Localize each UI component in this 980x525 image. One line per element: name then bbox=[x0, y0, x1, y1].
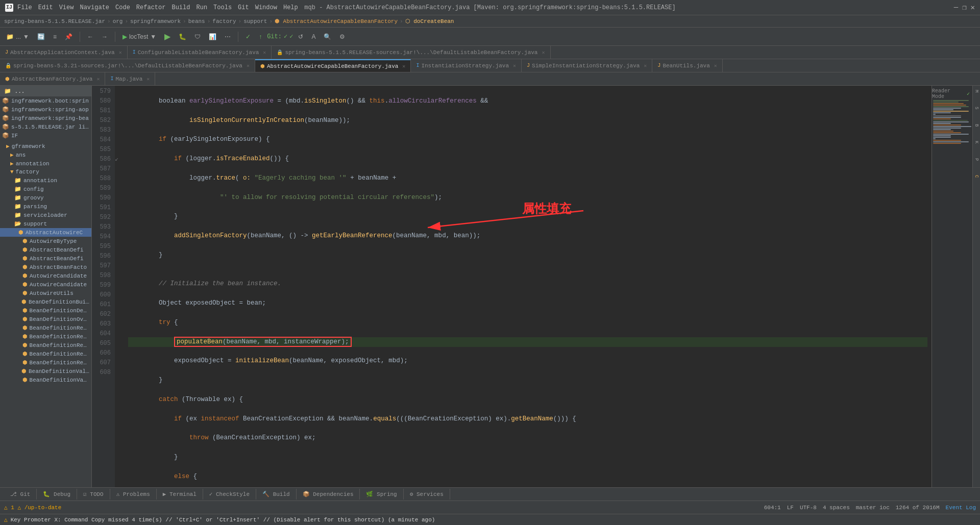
sidebar-item-spring-beans[interactable]: 📦 ingframework:spring-bea bbox=[0, 114, 91, 122]
search-everywhere-button[interactable]: 🔍 bbox=[321, 30, 334, 43]
bottom-tab-checkstyle[interactable]: ✓ CheckStyle bbox=[203, 489, 256, 499]
close-tab-icon[interactable]: ✕ bbox=[247, 63, 250, 69]
sidebar-item-ans[interactable]: ▶ ans bbox=[0, 151, 91, 159]
reader-mode[interactable]: Reader Mode ✓ bbox=[932, 88, 970, 99]
bottom-tab-spring[interactable]: 🌿 Spring bbox=[360, 489, 403, 499]
menu-view[interactable]: View bbox=[59, 4, 74, 11]
sidebar-item-BeanDefinitionValic[interactable]: ⬢ BeanDefinitionValic bbox=[0, 367, 91, 376]
minimize-button[interactable]: — bbox=[954, 3, 958, 12]
code-editor-wrapper[interactable]: boolean earlySingletonExposure = (mbd.is… bbox=[124, 86, 932, 487]
menu-refactor[interactable]: Refactor bbox=[136, 4, 166, 11]
sidebar-item-groovy[interactable]: 📁 groovy bbox=[0, 193, 91, 202]
sidebar-item-BeanDefinitionBuild[interactable]: ⬢ BeanDefinitionBuild bbox=[0, 297, 91, 306]
sidebar-item-AutowireCandidate1[interactable]: ⬢ AutowireCandidate bbox=[0, 271, 91, 280]
sidebar-item-BeanDefinitionRegi2[interactable]: ⬢ BeanDefinitionRegi bbox=[0, 349, 91, 358]
sidebar-item-parsing[interactable]: 📁 parsing bbox=[0, 202, 91, 211]
sidebar-item-BeanDefinitionRead2[interactable]: ⬢ BeanDefinitionRead bbox=[0, 332, 91, 341]
commit-button[interactable]: ✓ bbox=[242, 30, 254, 43]
code-editor[interactable]: boolean earlySingletonExposure = (mbd.is… bbox=[124, 86, 932, 487]
bottom-tab-dependencies[interactable]: 📦 Dependencies bbox=[297, 489, 360, 499]
debug-button[interactable]: 🐛 bbox=[176, 30, 189, 43]
bc-org[interactable]: org bbox=[113, 18, 123, 24]
tab-Map[interactable]: I Map.java ✕ bbox=[105, 72, 155, 85]
settings-button[interactable]: ⚙ bbox=[336, 30, 348, 43]
close-button[interactable]: ✕ bbox=[971, 3, 975, 12]
close-tab-icon[interactable]: ✕ bbox=[542, 49, 545, 56]
sidebar-item-AbstractAutowire[interactable]: ⬢ AbstractAutowireC bbox=[0, 228, 91, 237]
tab-BeanUtils[interactable]: J BeanUtils.java ✕ bbox=[652, 59, 722, 72]
sync-button[interactable]: 🔄 bbox=[34, 30, 48, 43]
sidebar-item-gframework[interactable]: ▶ gframework bbox=[0, 142, 91, 151]
tab-DefaultListableBeanFactory-old[interactable]: 🔒 spring-beans-5.1.5.RELEASE-sources.jar… bbox=[272, 46, 550, 59]
close-tab-icon[interactable]: ✕ bbox=[644, 63, 647, 69]
menu-window[interactable]: Window bbox=[255, 4, 277, 11]
close-tab-icon[interactable]: ✕ bbox=[714, 63, 717, 69]
menu-build[interactable]: Build bbox=[172, 4, 190, 11]
sidebar-item-BeanDefinitionOver[interactable]: ⬢ BeanDefinitionOver bbox=[0, 315, 91, 323]
coverage-button[interactable]: 🛡 bbox=[191, 30, 204, 43]
sidebar-item-BeanDefinitionResc[interactable]: ⬢ BeanDefinitionResc bbox=[0, 358, 91, 367]
bottom-tab-terminal[interactable]: ▶ Terminal bbox=[157, 489, 203, 499]
bc-springframework[interactable]: springframework bbox=[130, 18, 181, 24]
push-button[interactable]: ↑ bbox=[256, 30, 265, 43]
sidebar-item-AutowireByType[interactable]: ⬢ AutowireByType bbox=[0, 237, 91, 245]
profile-button[interactable]: 📊 bbox=[206, 30, 219, 43]
bc-beans[interactable]: beans bbox=[188, 18, 205, 24]
bc-support[interactable]: support bbox=[243, 18, 267, 24]
bc-class[interactable]: ⬢ AbstractAutowireCapableBeanFactory bbox=[275, 18, 398, 24]
tab-InstantiationStrategy[interactable]: I InstantiationStrategy.java ✕ bbox=[411, 59, 522, 72]
forward-button[interactable]: → bbox=[99, 30, 111, 43]
back-button[interactable]: ← bbox=[84, 30, 96, 43]
sidebar-item-release-jar[interactable]: 📦 s-5.1.5.RELEASE.jar libr bbox=[0, 122, 91, 131]
close-tab-icon[interactable]: ✕ bbox=[513, 63, 516, 69]
sidebar-item-factory[interactable]: ▼ factory bbox=[0, 168, 91, 176]
run-config-dropdown[interactable]: ▶ locTest ▼ bbox=[119, 30, 159, 43]
sidebar-item-AutowireCandidate2[interactable]: ⬢ AutowireCandidate bbox=[0, 280, 91, 289]
sidebar-item-BeanDefinitionDefa[interactable]: ⬢ BeanDefinitionDefa bbox=[0, 306, 91, 315]
close-tab-icon[interactable]: ✕ bbox=[263, 49, 266, 56]
menu-code[interactable]: Code bbox=[115, 4, 130, 11]
run-button[interactable]: ▶ bbox=[161, 30, 174, 43]
window-controls[interactable]: — ❐ ✕ bbox=[954, 3, 975, 12]
more-run-button[interactable]: ⋯ bbox=[222, 30, 234, 43]
event-log[interactable]: Event Log bbox=[946, 505, 976, 511]
bottom-tab-debug[interactable]: 🐛 Debug bbox=[37, 489, 77, 499]
close-tab-icon[interactable]: ✕ bbox=[402, 63, 405, 69]
sidebar-item-BeanDefinitionRegi1[interactable]: ⬢ BeanDefinitionRegi bbox=[0, 341, 91, 349]
undo-button[interactable]: ↺ bbox=[295, 30, 306, 43]
close-tab-icon[interactable]: ✕ bbox=[119, 49, 122, 56]
menu-help[interactable]: Help bbox=[283, 4, 298, 11]
maximize-button[interactable]: ❐ bbox=[962, 3, 966, 12]
sidebar-item-BeanDefinitionValu[interactable]: ⬢ BeanDefinitionValu bbox=[0, 376, 91, 384]
menu-file[interactable]: File bbox=[17, 4, 32, 11]
tab-DefaultListableBeanFactory-new[interactable]: 🔒 spring-beans-5.3.21-sources.jar!\...\D… bbox=[0, 59, 255, 72]
tab-AbstractAutowireCapableBeanFactory[interactable]: ⬢ AbstractAutowireCapableBeanFactory.jav… bbox=[255, 59, 411, 72]
code-container[interactable]: 579 580 581 582 583 584 585 586 587 588 … bbox=[92, 86, 980, 487]
sidebar-item-AbstractBeanDefi2[interactable]: ⬢ AbstractBeanDefi bbox=[0, 254, 91, 263]
tab-AbstractApplicationContext[interactable]: J AbstractApplicationContext.java ✕ bbox=[0, 46, 128, 59]
sidebar-item-springboot[interactable]: 📦 ingframework.boot:sprin bbox=[0, 96, 91, 105]
sidebar-item-spring-aop[interactable]: 📦 ingframework:spring-aop bbox=[0, 105, 91, 114]
sidebar-item-BeanDefinitionRead1[interactable]: ⬢ BeanDefinitionRead bbox=[0, 323, 91, 332]
sidebar-item-config[interactable]: 📁 config bbox=[0, 185, 91, 193]
bottom-tab-build[interactable]: 🔨 Build bbox=[256, 489, 297, 499]
sidebar-item-AutowireUtils[interactable]: ⬢ AutowireUtils bbox=[0, 289, 91, 297]
menu-bar[interactable]: File Edit View Navigate Code Refactor Bu… bbox=[17, 4, 298, 11]
tab-ConfigurableListableBeanFactory[interactable]: I ConfigurableListableBeanFactory.java ✕ bbox=[128, 46, 272, 59]
close-tab-icon[interactable]: ✕ bbox=[146, 76, 150, 82]
sidebar-item-annotation[interactable]: ▶ annotation bbox=[0, 159, 91, 168]
menu-edit[interactable]: Edit bbox=[38, 4, 53, 11]
menu-git[interactable]: Git bbox=[238, 4, 249, 11]
pin-button[interactable]: 📌 bbox=[62, 30, 76, 43]
close-tab-icon[interactable]: ✕ bbox=[96, 76, 100, 82]
translate-button[interactable]: A bbox=[308, 30, 318, 43]
bottom-tab-todo[interactable]: ☑ TODO bbox=[77, 489, 110, 499]
bc-method[interactable]: ⬡ doCreateBean bbox=[405, 18, 454, 24]
sidebar-item-AbstractBeanFacto[interactable]: ⬢ AbstractBeanFacto bbox=[0, 263, 91, 271]
sidebar-item-serviceloader[interactable]: 📁 serviceloader bbox=[0, 211, 91, 219]
structure-button[interactable]: ≡ bbox=[50, 30, 60, 43]
bottom-tab-git[interactable]: ⎇ Git bbox=[4, 489, 37, 499]
project-dropdown[interactable]: 📁 ... ▼ bbox=[3, 30, 32, 43]
menu-tools[interactable]: Tools bbox=[213, 4, 232, 11]
menu-navigate[interactable]: Navigate bbox=[80, 4, 109, 11]
